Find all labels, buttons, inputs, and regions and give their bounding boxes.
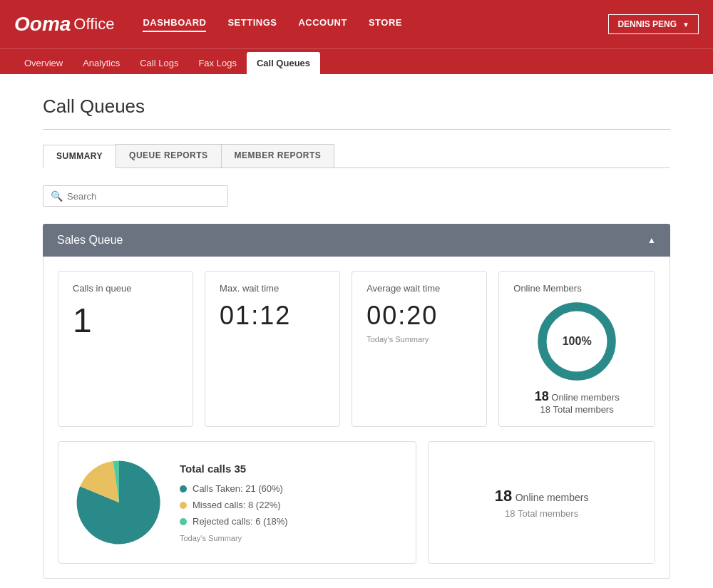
pie-svg <box>73 456 165 549</box>
legend-item-taken: Calls Taken: 21 (60%) <box>180 483 401 494</box>
calls-in-queue-value: 1 <box>73 301 178 340</box>
user-name: DENNIS PENG <box>617 19 677 29</box>
online-members-label: Online members <box>515 492 589 503</box>
sales-queue-section: Sales Queue ▲ Calls in queue 1 Max. wait… <box>43 224 670 579</box>
legend-dot-rejected <box>180 518 187 525</box>
online-members-count: 18 <box>495 487 512 505</box>
chart-legend: Total calls 35 Calls Taken: 21 (60%) Mis… <box>180 463 401 542</box>
online-members-title: Online Members <box>513 283 581 294</box>
tab-bar: SUMMARY QUEUE REPORTS MEMBER REPORTS <box>43 144 670 168</box>
pie-chart-card: Total calls 35 Calls Taken: 21 (60%) Mis… <box>58 441 416 564</box>
search-bar[interactable]: 🔍 <box>43 185 228 207</box>
logo-office: Office <box>73 15 114 33</box>
main-nav: DASHBOARD SETTINGS ACCOUNT STORE <box>143 17 608 32</box>
chevron-down-icon: ▼ <box>682 21 689 29</box>
sales-queue-title: Sales Queue <box>57 234 123 247</box>
avg-wait-label: Average wait time <box>366 283 472 294</box>
logo-ooma: Ooma <box>14 13 71 36</box>
subnav-analytics[interactable]: Analytics <box>73 52 130 74</box>
user-menu-button[interactable]: DENNIS PENG ▼ <box>608 14 699 34</box>
subnav-fax-logs[interactable]: Fax Logs <box>188 52 246 74</box>
legend-item-rejected: Rejected calls: 6 (18%) <box>180 516 401 527</box>
online-count: 18 <box>535 389 549 403</box>
online-label: Online members <box>551 392 619 403</box>
sub-nav: Overview Analytics Call Logs Fax Logs Ca… <box>0 48 713 74</box>
legend-dot-missed <box>180 502 187 509</box>
tab-member-reports[interactable]: MEMBER REPORTS <box>221 144 335 167</box>
avg-wait-card: Average wait time 00:20 Today's Summary <box>352 271 487 427</box>
total-count: 18 <box>540 404 550 415</box>
total-members-line: 18 Total members <box>505 508 578 519</box>
page-content: Call Queues SUMMARY QUEUE REPORTS MEMBER… <box>0 74 713 588</box>
collapse-icon: ▲ <box>647 235 656 245</box>
max-wait-value: 01:12 <box>220 301 325 331</box>
logo: Ooma Office <box>14 13 114 36</box>
tab-queue-reports[interactable]: QUEUE REPORTS <box>116 144 222 167</box>
sales-queue-body: Calls in queue 1 Max. wait time 01:12 Av… <box>43 257 670 579</box>
avg-wait-sub: Today's Summary <box>366 335 472 344</box>
total-label: Total members <box>553 404 613 415</box>
max-wait-label: Max. wait time <box>220 283 325 294</box>
title-divider <box>43 129 670 130</box>
sales-queue-header[interactable]: Sales Queue ▲ <box>43 224 670 257</box>
search-input[interactable] <box>67 191 220 202</box>
members-info: 18 Online members 18 Total members <box>535 389 620 415</box>
legend-label-missed: Missed calls: 8 (22%) <box>193 500 281 510</box>
bottom-row: Total calls 35 Calls Taken: 21 (60%) Mis… <box>58 441 655 564</box>
tab-summary[interactable]: SUMMARY <box>43 145 116 168</box>
chart-sub: Today's Summary <box>180 534 401 542</box>
total-members-label: Total members <box>518 508 578 519</box>
total-members-count: 18 <box>505 508 515 519</box>
total-calls-title: Total calls 35 <box>180 463 401 475</box>
max-wait-card: Max. wait time 01:12 <box>205 271 340 427</box>
donut-percent: 100% <box>563 335 592 348</box>
calls-in-queue-card: Calls in queue 1 <box>58 271 193 427</box>
legend-label-rejected: Rejected calls: 6 (18%) <box>193 516 288 527</box>
online-members-card: Online Members 100% 18 Online members 18 <box>498 271 655 427</box>
donut-chart: 100% <box>538 302 616 381</box>
online-members-line: 18 Online members <box>495 487 589 505</box>
nav-dashboard[interactable]: DASHBOARD <box>143 17 206 32</box>
subnav-overview[interactable]: Overview <box>14 52 73 74</box>
nav-settings[interactable]: SETTINGS <box>227 17 277 32</box>
pie-chart <box>73 456 165 549</box>
stats-row: Calls in queue 1 Max. wait time 01:12 Av… <box>58 271 655 427</box>
nav-store[interactable]: STORE <box>369 17 402 32</box>
nav-account[interactable]: ACCOUNT <box>298 17 347 32</box>
search-icon: 🔍 <box>51 190 63 202</box>
page-title: Call Queues <box>43 96 670 118</box>
calls-in-queue-label: Calls in queue <box>73 283 178 294</box>
legend-label-taken: Calls Taken: 21 (60%) <box>193 483 283 494</box>
avg-wait-value: 00:20 <box>366 301 472 331</box>
subnav-call-logs[interactable]: Call Logs <box>130 52 188 74</box>
top-nav: Ooma Office DASHBOARD SETTINGS ACCOUNT S… <box>0 0 713 48</box>
members-bottom-card: 18 Online members 18 Total members <box>428 441 655 564</box>
legend-item-missed: Missed calls: 8 (22%) <box>180 500 401 510</box>
legend-dot-taken <box>180 485 187 492</box>
subnav-call-queues[interactable]: Call Queues <box>247 52 320 74</box>
total-members: 18 Total members <box>535 404 620 415</box>
